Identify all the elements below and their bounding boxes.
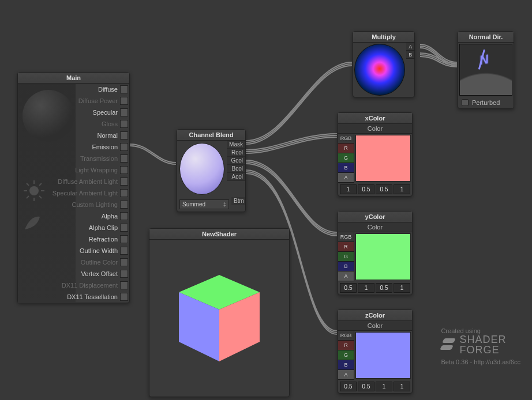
main-prop-alpha[interactable]: Alpha — [18, 210, 129, 222]
color-value[interactable]: 1 — [340, 184, 357, 194]
port-g[interactable]: G — [338, 153, 354, 163]
port-r[interactable]: R — [338, 341, 354, 350]
shader-preview-node[interactable]: NewShader — [149, 228, 290, 397]
prop-port[interactable] — [120, 258, 128, 266]
prop-label: Diffuse — [98, 86, 118, 93]
main-prop-dx11-tessellation[interactable]: DX11 Tessellation — [18, 291, 129, 303]
port-rgb[interactable]: RGB — [338, 331, 354, 341]
main-prop-vertex-offset[interactable]: Vertex Offset — [18, 268, 129, 280]
prop-port[interactable] — [120, 120, 128, 128]
port-b[interactable]: B — [406, 51, 414, 59]
port-btm[interactable]: Btm — [231, 197, 245, 205]
main-prop-transmission[interactable]: Transmission — [18, 153, 129, 164]
port-mask[interactable]: Mask — [227, 141, 245, 149]
port-gcol[interactable]: Gcol — [227, 157, 245, 165]
port-b[interactable]: B — [338, 163, 354, 173]
zcolor-node[interactable]: zColor Color RGBRGBA 0.50.511 — [338, 310, 413, 394]
prop-port[interactable] — [120, 131, 128, 139]
color-value[interactable]: 0.5 — [358, 382, 374, 391]
shader-preview[interactable] — [153, 243, 286, 393]
port-g[interactable]: G — [338, 252, 354, 262]
color-value[interactable]: 0.5 — [340, 382, 357, 391]
color-value[interactable]: 0.5 — [340, 283, 357, 293]
zcolor-title[interactable]: zColor — [338, 310, 412, 321]
multiply-preview-icon — [354, 44, 405, 96]
port-bcol[interactable]: Bcol — [227, 165, 245, 173]
port-acol[interactable]: Acol — [227, 173, 245, 181]
perturbed-checkbox[interactable] — [462, 99, 469, 106]
prop-port[interactable] — [120, 247, 128, 255]
main-prop-normal[interactable]: Normal — [18, 130, 129, 141]
color-value[interactable]: 1 — [394, 382, 410, 391]
main-prop-dx11-displacement[interactable]: DX11 Displacement — [18, 280, 129, 291]
main-prop-light-wrapping[interactable]: Light Wrapping — [18, 164, 129, 176]
xcolor-title[interactable]: xColor — [338, 113, 412, 124]
prop-label: DX11 Displacement — [62, 282, 118, 289]
prop-port[interactable] — [120, 235, 128, 243]
color-value[interactable]: 1 — [376, 382, 392, 391]
main-prop-diffuse-ambient-light[interactable]: Diffuse Ambient Light — [18, 176, 129, 187]
ycolor-node[interactable]: yColor Color RGBRGBA 0.510.51 — [338, 211, 413, 295]
main-prop-diffuse-power[interactable]: Diffuse Power — [18, 95, 129, 107]
blend-mode-dropdown[interactable]: Summed — [179, 199, 229, 209]
main-prop-diffuse[interactable]: Diffuse — [18, 84, 129, 95]
prop-port[interactable] — [120, 281, 128, 289]
port-a[interactable]: A — [338, 173, 354, 183]
channel-blend-title[interactable]: Channel Blend — [177, 130, 245, 141]
prop-label: Outline Width — [80, 247, 118, 254]
port-r[interactable]: R — [338, 144, 354, 153]
main-prop-specular[interactable]: Specular — [18, 107, 129, 118]
color-value[interactable]: 1 — [358, 283, 374, 293]
port-g[interactable]: G — [338, 350, 354, 360]
channel-blend-node[interactable]: Channel Blend MaskRcolGcolBcolAcol Summe… — [177, 129, 246, 212]
main-prop-refraction[interactable]: Refraction — [18, 233, 129, 245]
port-a[interactable]: A — [338, 271, 354, 281]
prop-port[interactable] — [120, 212, 128, 220]
port-rgb[interactable]: RGB — [338, 134, 354, 144]
xcolor-swatch[interactable] — [355, 135, 411, 182]
ycolor-title[interactable]: yColor — [338, 212, 412, 222]
ycolor-swatch[interactable] — [355, 233, 411, 280]
prop-port[interactable] — [120, 166, 128, 174]
normal-dir-node[interactable]: Normal Dir. N Perturbed — [458, 31, 514, 109]
zcolor-swatch[interactable] — [355, 332, 411, 379]
prop-port[interactable] — [120, 224, 128, 232]
prop-port[interactable] — [120, 189, 128, 197]
main-prop-gloss[interactable]: Gloss — [18, 118, 129, 130]
prop-port[interactable] — [120, 178, 128, 186]
color-value[interactable]: 0.5 — [376, 184, 392, 194]
shader-title[interactable]: NewShader — [149, 229, 289, 240]
prop-port[interactable] — [120, 85, 128, 93]
port-b[interactable]: B — [338, 262, 354, 271]
color-value[interactable]: 1 — [394, 283, 410, 293]
port-b[interactable]: B — [338, 360, 354, 370]
prop-port[interactable] — [120, 270, 128, 278]
xcolor-node[interactable]: xColor Color RGBRGBA 10.50.51 — [338, 112, 413, 197]
perturbed-label: Perturbed — [472, 99, 500, 106]
multiply-title[interactable]: Multiply — [353, 32, 414, 43]
prop-port[interactable] — [120, 143, 128, 151]
main-prop-outline-color[interactable]: Outline Color — [18, 256, 129, 268]
main-prop-outline-width[interactable]: Outline Width — [18, 245, 129, 256]
normal-dir-title[interactable]: Normal Dir. — [458, 32, 514, 43]
port-a[interactable]: A — [338, 370, 354, 380]
color-value[interactable]: 0.5 — [358, 184, 374, 194]
main-prop-specular-ambient-light[interactable]: Specular Ambient Light — [18, 187, 129, 199]
main-prop-custom-lighting[interactable]: Custom Lighting — [18, 199, 129, 210]
prop-port[interactable] — [120, 293, 128, 301]
color-value[interactable]: 0.5 — [376, 283, 392, 293]
port-rgb[interactable]: RGB — [338, 232, 354, 242]
color-value[interactable]: 1 — [394, 184, 410, 194]
port-a[interactable]: A — [406, 43, 414, 51]
port-r[interactable]: R — [338, 242, 354, 252]
prop-port[interactable] — [120, 97, 128, 105]
port-rcol[interactable]: Rcol — [227, 149, 245, 157]
main-prop-alpha-clip[interactable]: Alpha Clip — [18, 222, 129, 233]
main-node[interactable]: Main DiffuseDiffuse PowerSpecularGlossNo… — [17, 72, 130, 303]
prop-port[interactable] — [120, 201, 128, 209]
multiply-node[interactable]: Multiply A B — [353, 31, 415, 97]
main-prop-emission[interactable]: Emission — [18, 141, 129, 153]
prop-port[interactable] — [120, 108, 128, 116]
main-title[interactable]: Main — [18, 73, 129, 84]
prop-port[interactable] — [120, 154, 128, 163]
